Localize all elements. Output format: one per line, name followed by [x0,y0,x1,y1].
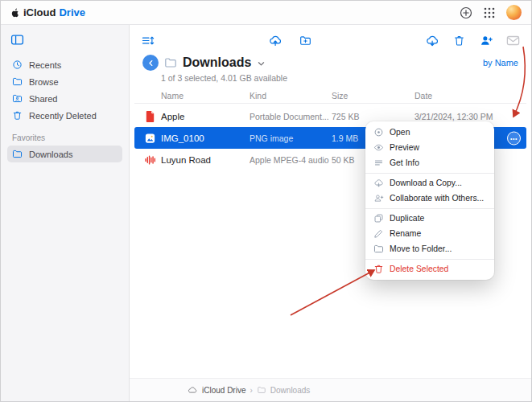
chevron-left-icon [146,59,155,68]
menu-item-preview[interactable]: Preview [365,140,494,155]
menu-item-label: Duplicate [390,214,424,223]
topbar-actions [460,5,522,20]
sidebar-item-downloads[interactable]: Downloads [7,146,122,162]
column-header-name[interactable]: Name [161,91,250,100]
menu-item-label: Download a Copy... [390,178,462,187]
brand-name: iCloud [23,6,56,18]
back-button[interactable] [142,55,159,71]
breadcrumb-current: Downloads [270,386,310,395]
sidebar-item-browse[interactable]: Browse [7,73,122,90]
sidebar-item-label: Shared [29,94,57,104]
context-menu: Open Preview Get Info Download a Copy...… [365,121,494,280]
list-toolbar [130,25,531,49]
topbar: iCloud Drive [1,1,531,25]
column-header-date[interactable]: Date [414,91,518,100]
folder-icon [12,149,23,159]
rename-icon [373,228,384,239]
open-icon [373,127,384,137]
file-kind: Portable Document... [250,112,332,121]
menu-item-label: Get Info [390,158,419,167]
apple-logo-icon [10,6,20,18]
table-header: Name Kind Size Date [134,88,526,104]
sidebar-nav: Recents Browse Shared Recently Deleted [7,56,122,124]
menu-item-label: Open [390,128,410,137]
sidebar-item-label: Recently Deleted [29,111,97,121]
menu-item-get-info[interactable]: Get Info [365,155,494,170]
sidebar-section-favorites: Favorites [12,133,122,142]
brand-accent: Drive [59,6,85,18]
breadcrumb-root[interactable]: iCloud Drive [202,386,245,395]
menu-item-open[interactable]: Open [365,125,494,140]
breadcrumb-separator: › [250,386,252,395]
menu-item-collaborate[interactable]: Collaborate with Others... [365,191,494,206]
footer: iCloud Drive › Downloads [130,378,531,401]
menu-separator [365,173,494,174]
breadcrumb: iCloud Drive › Downloads [187,386,310,395]
file-date: 3/21/2024, 12:30 PM [414,112,518,121]
app-brand: iCloud Drive [10,6,85,18]
sidebar-item-recently-deleted[interactable]: Recently Deleted [7,107,122,124]
file-kind: PNG image [250,133,332,143]
sidebar-item-recents[interactable]: Recents [7,56,122,73]
file-kind: Apple MPEG-4 audio [250,155,332,165]
sidebar-item-label: Downloads [29,150,72,159]
menu-item-label: Rename [390,229,421,238]
file-name: Apple [161,112,250,121]
menu-item-label: Preview [390,143,419,152]
mail-icon[interactable] [506,35,520,47]
menu-item-delete-selected[interactable]: Delete Selected [365,261,494,277]
apps-grid-icon[interactable] [483,6,496,19]
trash-icon [12,110,23,121]
move-folder-icon [373,244,384,254]
icloud-drive-window: iCloud Drive Recents Browse [0,0,532,402]
folder-icon [12,76,23,87]
selection-status: 1 of 3 selected, 4.01 GB available [130,71,531,83]
column-header-kind[interactable]: Kind [250,91,332,100]
folder-header: Downloads by Name [130,49,531,71]
sort-button[interactable]: by Name [483,58,518,68]
folder-icon [257,386,266,395]
delete-icon[interactable] [452,35,466,47]
sidebar-item-label: Recents [29,60,61,70]
file-size: 725 KB [332,112,414,121]
view-sort-icon[interactable] [141,35,155,47]
preview-icon [373,142,384,153]
menu-item-rename[interactable]: Rename [365,226,494,241]
menu-item-move-to-folder[interactable]: Move to Folder... [365,241,494,256]
menu-item-duplicate[interactable]: Duplicate [365,211,494,226]
sidebar-item-label: Browse [29,77,59,87]
menu-item-label: Collaborate with Others... [390,194,484,203]
image-file-icon [144,132,156,145]
clock-icon [12,59,23,70]
pdf-file-icon [144,110,156,123]
download-copy-icon [373,178,384,188]
menu-separator [365,259,494,260]
column-header-size[interactable]: Size [332,91,414,100]
page-title: Downloads [183,55,251,70]
sidebar-item-shared[interactable]: Shared [7,90,122,107]
menu-item-label: Move to Folder... [390,244,452,253]
row-actions-button[interactable]: ••• [507,131,521,145]
audio-file-icon [144,154,156,166]
shared-folder-icon [12,93,23,104]
file-name: IMG_0100 [161,133,250,143]
menu-item-label: Delete Selected [390,265,448,273]
toolbar-right-group [425,35,520,47]
icloud-icon [187,386,198,395]
file-name: Luyun Road [161,155,250,165]
sidebar: Recents Browse Shared Recently Deleted F… [1,25,130,401]
upload-icon[interactable] [268,35,282,47]
add-circle-icon[interactable] [460,6,472,19]
menu-separator [365,208,494,209]
avatar[interactable] [506,5,522,20]
get-info-icon [373,158,384,168]
toolbar-center-group [268,35,312,47]
collaborate-icon[interactable] [479,35,493,47]
duplicate-icon [373,213,384,224]
download-icon[interactable] [425,35,439,47]
chevron-down-icon[interactable] [257,59,266,68]
sidebar-toggle-icon[interactable] [10,33,24,47]
menu-item-download-copy[interactable]: Download a Copy... [365,175,494,191]
new-folder-icon[interactable] [299,35,312,47]
delete-icon [373,264,384,274]
